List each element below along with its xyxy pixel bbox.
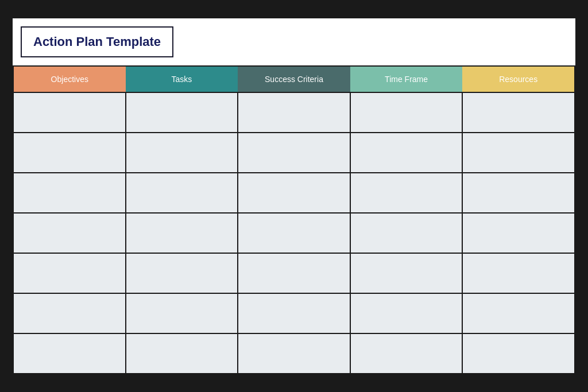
header-success-criteria: Success Criteria [238,66,350,92]
table-row-4-col-tasks[interactable] [126,253,238,293]
table-row-3-col-success_criteria[interactable] [238,213,350,253]
table-row-6-col-resources[interactable] [462,333,575,374]
table-row-2-col-objectives[interactable] [13,173,126,213]
table-row-6-col-tasks[interactable] [126,333,238,374]
table-row-4-col-resources[interactable] [462,253,575,293]
table-row-3-col-objectives[interactable] [13,213,126,253]
table-row-0-col-objectives[interactable] [13,92,126,133]
table-row-2-col-success_criteria[interactable] [238,173,350,213]
table-row-5-col-success_criteria[interactable] [238,293,350,333]
title-area: Action Plan Template [21,26,173,57]
header-objectives: Objectives [13,66,126,92]
page-wrapper: Action Plan Template Objectives Tasks Su… [13,18,575,374]
table-row-4-col-objectives[interactable] [13,253,126,293]
action-plan-table: Objectives Tasks Success Criteria Time F… [13,65,575,374]
table-row-0-col-tasks[interactable] [126,92,238,133]
table-row-6-col-objectives[interactable] [13,333,126,374]
table-row-6-col-success_criteria[interactable] [238,333,350,374]
header-time-frame: Time Frame [350,66,463,92]
table-row-0-col-resources[interactable] [462,92,575,133]
page-title: Action Plan Template [33,34,161,49]
table-row-1-col-resources[interactable] [462,133,575,173]
table-row-3-col-time_frame[interactable] [350,213,463,253]
table-row-1-col-objectives[interactable] [13,133,126,173]
table-row-2-col-tasks[interactable] [126,173,238,213]
table-row-1-col-tasks[interactable] [126,133,238,173]
table-row-6-col-time_frame[interactable] [350,333,463,374]
table-row-4-col-time_frame[interactable] [350,253,463,293]
table-row-3-col-resources[interactable] [462,213,575,253]
table-row-3-col-tasks[interactable] [126,213,238,253]
table-row-0-col-time_frame[interactable] [350,92,463,133]
table-row-2-col-time_frame[interactable] [350,173,463,213]
table-row-4-col-success_criteria[interactable] [238,253,350,293]
table-row-5-col-resources[interactable] [462,293,575,333]
table-row-0-col-success_criteria[interactable] [238,92,350,133]
table-row-2-col-resources[interactable] [462,173,575,213]
table-row-5-col-tasks[interactable] [126,293,238,333]
table-row-5-col-time_frame[interactable] [350,293,463,333]
table-row-1-col-time_frame[interactable] [350,133,463,173]
header-tasks: Tasks [126,66,238,92]
table-row-1-col-success_criteria[interactable] [238,133,350,173]
table-row-5-col-objectives[interactable] [13,293,126,333]
header-resources: Resources [462,66,575,92]
